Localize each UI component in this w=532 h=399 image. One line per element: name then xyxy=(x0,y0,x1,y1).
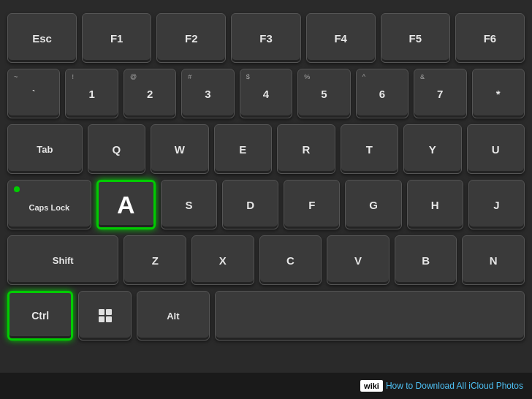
key-f4[interactable]: F4 xyxy=(306,13,376,63)
key-t[interactable]: T xyxy=(341,124,398,174)
key-caps-lock[interactable]: Caps Lock xyxy=(7,180,91,229)
key-shift[interactable]: Shift xyxy=(7,235,118,285)
key-b[interactable]: B xyxy=(395,235,457,285)
key-r[interactable]: R xyxy=(277,124,335,174)
key-z[interactable]: Z xyxy=(123,235,186,285)
bottom-row: Ctrl Alt xyxy=(7,291,525,341)
key-u[interactable]: U xyxy=(467,124,525,174)
key-q[interactable]: Q xyxy=(88,124,145,174)
key-windows[interactable] xyxy=(78,291,131,341)
key-f6[interactable]: F6 xyxy=(455,13,525,63)
key-y[interactable]: Y xyxy=(403,124,461,174)
key-7[interactable]: & 7 xyxy=(414,69,466,118)
key-f[interactable]: F xyxy=(284,180,340,229)
key-a[interactable]: A xyxy=(96,180,156,229)
key-4[interactable]: $ 4 xyxy=(240,69,292,118)
key-c[interactable]: C xyxy=(259,235,322,285)
windows-icon xyxy=(99,309,112,322)
wiki-logo: wiki xyxy=(360,380,383,392)
key-6[interactable]: ^ 6 xyxy=(356,69,408,118)
qwerty-row: Tab Q W E R T Y U xyxy=(7,124,525,174)
key-g[interactable]: G xyxy=(345,180,401,229)
key-5[interactable]: % 5 xyxy=(297,69,350,118)
function-key-row: Esc F1 F2 F3 F4 F5 F6 xyxy=(7,13,525,63)
key-s[interactable]: S xyxy=(161,180,217,229)
key-spacebar[interactable] xyxy=(215,291,525,341)
caps-lock-indicator xyxy=(14,186,20,192)
key-3[interactable]: # 3 xyxy=(181,69,234,118)
footer-bar: wiki How to Download All iCloud Photos xyxy=(0,373,532,399)
key-asterisk[interactable]: * xyxy=(472,69,525,118)
zxcv-row: Shift Z X C V B N xyxy=(7,235,525,285)
key-2[interactable]: @ 2 xyxy=(123,69,176,118)
footer-wiki: wiki How to Download All iCloud Photos xyxy=(360,380,523,392)
key-x[interactable]: X xyxy=(191,235,254,285)
key-ctrl[interactable]: Ctrl xyxy=(7,291,73,341)
key-f2[interactable]: F2 xyxy=(156,13,226,63)
key-e[interactable]: E xyxy=(214,124,272,174)
key-f5[interactable]: F5 xyxy=(381,13,450,63)
keyboard: Esc F1 F2 F3 F4 F5 F6 ~ ` ! 1 @ xyxy=(0,0,532,373)
footer-how-to-text: How to Download All iCloud Photos xyxy=(386,381,523,391)
key-n[interactable]: N xyxy=(462,235,525,285)
key-w[interactable]: W xyxy=(151,124,208,174)
key-alt[interactable]: Alt xyxy=(137,291,210,341)
key-d[interactable]: D xyxy=(222,180,278,229)
key-v[interactable]: V xyxy=(327,235,390,285)
key-1[interactable]: ! 1 xyxy=(65,69,118,118)
key-j[interactable]: J xyxy=(468,180,525,229)
number-key-row: ~ ` ! 1 @ 2 # 3 $ 4 % 5 ^ 6 & 7 xyxy=(7,69,525,118)
key-f3[interactable]: F3 xyxy=(231,13,300,63)
key-h[interactable]: H xyxy=(407,180,463,229)
key-esc[interactable]: Esc xyxy=(7,13,77,63)
key-tilde[interactable]: ~ ` xyxy=(7,69,60,118)
asdf-row: Caps Lock A S D F G H J xyxy=(7,180,525,229)
key-tab[interactable]: Tab xyxy=(7,124,83,174)
key-f1[interactable]: F1 xyxy=(82,13,151,63)
